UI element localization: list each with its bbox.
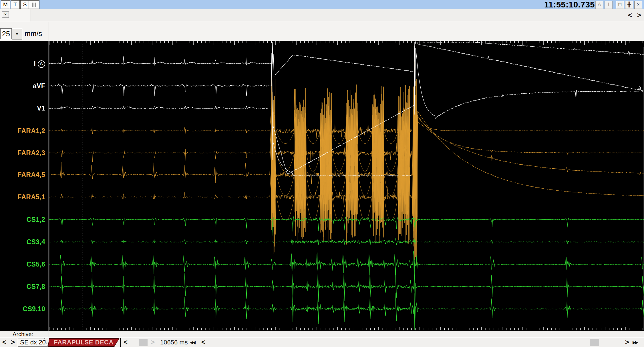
sweep-speed-unit-label: mm/s [25, 29, 42, 38]
page-prev-button[interactable]: < [628, 11, 632, 19]
channel-label-CS9-10[interactable]: CS9,10 [0, 305, 45, 313]
sweep-toolbar: 25 ▼ mm/s [0, 22, 644, 41]
split-view-button[interactable]: ╫ [625, 1, 633, 9]
archive-bar: Archive: [0, 331, 644, 338]
status-tab-bar: < > SE dx 20 FARAPULSE DECA < > 10656 ms… [0, 337, 644, 347]
interval-tool-button[interactable]: I [605, 1, 613, 9]
tab-farapulse-deca[interactable]: FARAPULSE DECA [48, 338, 120, 347]
step-forward-button[interactable]: > [625, 338, 629, 346]
mode-m-button[interactable]: M [1, 0, 10, 9]
trace-CS9,10 [49, 293, 644, 330]
mode-buttons: MTS [0, 0, 29, 9]
channel-label-V1[interactable]: V1 [0, 104, 45, 113]
channel-label-FARA5-1[interactable]: FARA5,1 [0, 193, 45, 201]
mode-s-button[interactable]: S [20, 0, 29, 9]
divider [49, 22, 49, 41]
scroll-right-button-disabled[interactable]: > [151, 338, 155, 346]
window-duration-label: 10656 ms [160, 339, 188, 346]
channel-label-aVF[interactable]: aVF [0, 82, 45, 90]
pause-icon [32, 3, 33, 7]
trace-I [49, 42, 644, 77]
timeline-scrollbar-thumb[interactable] [590, 339, 599, 346]
channel-label-CS1-2[interactable]: CS1,2 [0, 215, 45, 224]
maximize-button[interactable]: □ [616, 1, 624, 9]
close-tab-button[interactable]: × [2, 11, 9, 18]
waveform-canvas[interactable] [0, 41, 644, 331]
page-tab-bar: × < > [0, 9, 644, 22]
channel-label-FARA1-2[interactable]: FARA1,2 [0, 127, 45, 135]
channel-label-I[interactable]: IS [0, 59, 45, 68]
page-tab[interactable]: × [0, 9, 31, 21]
channel-label-CS3-4[interactable]: CS3,4 [0, 238, 45, 246]
ep-recording-window: { "titlebar": { "mode_buttons": ["M", "T… [0, 0, 644, 347]
time-ruler-ticks [49, 41, 642, 330]
channel-label-CS5-6[interactable]: CS5,6 [0, 260, 45, 269]
close-button[interactable]: × [634, 1, 642, 9]
channel-label-FARA2-3[interactable]: FARA2,3 [0, 149, 45, 157]
pause-button[interactable] [29, 0, 39, 9]
divider [49, 331, 49, 338]
page-next-button[interactable]: > [637, 11, 641, 19]
pause-icon [35, 3, 36, 7]
window-buttons: AI□╫× [594, 1, 642, 9]
archive-next-button[interactable]: > [11, 338, 15, 346]
step-back-button[interactable]: < [201, 338, 205, 346]
clock-time: 11:55:10.735 [544, 0, 595, 9]
scroll-left-button[interactable]: < [124, 338, 128, 346]
tab-se-dx-20[interactable]: SE dx 20 [18, 338, 48, 347]
waveform-plot: ISaVFV1FARA1,2FARA2,3FARA4,5FARA5,1CS1,2… [0, 41, 644, 331]
fast-forward-icon[interactable]: ▶▶ [633, 338, 637, 347]
scrollbar-thumb[interactable] [139, 339, 148, 346]
title-bar: MTS 11:55:10.735 AI□╫× [0, 0, 644, 9]
channel-label-CS7-8[interactable]: CS7,8 [0, 282, 45, 291]
rewind-icon[interactable]: ◀◀ [190, 338, 195, 347]
channel-label-FARA4-5[interactable]: FARA4,5 [0, 170, 45, 179]
archive-label: Archive: [13, 331, 33, 338]
mode-t-button[interactable]: T [11, 0, 20, 9]
page-nav: < > [628, 11, 641, 19]
chevron-down-icon[interactable]: ▼ [12, 28, 22, 40]
trace-CS5,6 [49, 251, 644, 275]
sweep-speed-select[interactable]: 25 [0, 28, 12, 39]
amplitude-tool-button[interactable]: A [595, 1, 603, 9]
sync-channel-icon: S [38, 60, 45, 68]
divider [120, 338, 121, 347]
trace-CS7,8 [49, 265, 644, 307]
archive-prev-button[interactable]: < [2, 338, 6, 346]
